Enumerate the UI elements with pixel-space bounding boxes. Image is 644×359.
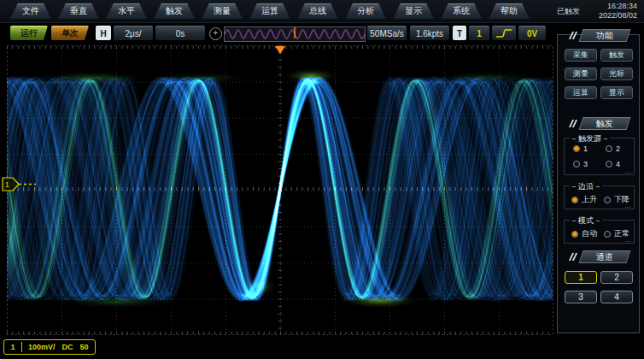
- radio-mode-auto[interactable]: 自动: [571, 228, 597, 239]
- clock: 16:28:34 2022/08/02: [599, 2, 644, 21]
- function-section-header: 功能: [558, 29, 641, 42]
- menu-item-math[interactable]: 运算: [249, 3, 290, 20]
- sample-rate: 50MSa/s: [367, 26, 407, 40]
- menu-item-vertical[interactable]: 垂直: [58, 3, 99, 20]
- horizontal-preview[interactable]: [224, 26, 366, 42]
- radio-source-3[interactable]: 3: [573, 160, 588, 168]
- radio-source-2[interactable]: 2: [606, 144, 620, 153]
- trigger-source-label: 触发源: [570, 133, 610, 144]
- trigger-edge-group: 边沿 上升 下降 …: [564, 185, 635, 209]
- trigger-section-title: 触发: [596, 118, 613, 130]
- trigger-slope-button[interactable]: [492, 26, 516, 40]
- channel-coupling: DC: [62, 343, 73, 351]
- scope-display: 1: [7, 45, 553, 335]
- toolbar: 运行 单次 H 2μs/ 0s + 50MSa/s 1.6kpts T 1 0V: [0, 24, 644, 43]
- channel-section-title: 通道: [596, 251, 613, 263]
- single-button[interactable]: 单次: [51, 26, 89, 40]
- channel-2-button[interactable]: 2: [600, 271, 633, 284]
- oscilloscope-app: 文件 垂直 水平 触发 测量 运算 总线 分析 显示 系统 帮助 已触发 16:…: [0, 0, 644, 359]
- radio-dot: [571, 231, 578, 238]
- trigger-source-group: 触发源 1 2 3 4 …: [564, 138, 635, 175]
- radio-dot: [604, 197, 611, 203]
- channel-section-header: 通道: [558, 250, 641, 263]
- trigger-indicator: T: [453, 26, 466, 40]
- menu-bar: 文件 垂直 水平 触发 测量 运算 总线 分析 显示 系统 帮助 已触发 16:…: [0, 0, 644, 23]
- channel1-ground-marker[interactable]: 1: [2, 177, 20, 191]
- trigger-section-header: 触发: [558, 117, 641, 130]
- zoom-icon[interactable]: +: [209, 27, 222, 40]
- waveform-display: [7, 45, 553, 335]
- channel1-marker-label: 1: [5, 180, 9, 189]
- radio-dot: [573, 145, 580, 152]
- menu-item-help[interactable]: 帮助: [489, 3, 530, 20]
- edge-more-dots[interactable]: …: [624, 202, 632, 209]
- section-slash-icon: [570, 120, 577, 127]
- trigger-edge-label: 边沿: [570, 181, 602, 192]
- trigger-status: 已触发: [557, 6, 592, 17]
- run-button[interactable]: 运行: [10, 26, 48, 40]
- menu-item-file[interactable]: 文件: [10, 3, 51, 20]
- radio-source-1[interactable]: 1: [573, 144, 588, 153]
- func-math-button[interactable]: 运算: [565, 86, 597, 99]
- rising-edge-icon: [495, 28, 512, 38]
- menu-item-system[interactable]: 系统: [441, 3, 482, 20]
- horizontal-indicator: H: [96, 26, 111, 40]
- channel-scale: 100mV/: [28, 343, 56, 351]
- func-display-button[interactable]: 显示: [600, 86, 633, 99]
- func-acquire-button[interactable]: 采集: [565, 49, 597, 62]
- radio-edge-rising[interactable]: 上升: [571, 194, 597, 205]
- channel-impedance: 50: [80, 343, 89, 351]
- radio-dot: [571, 197, 578, 203]
- radio-dot: [606, 161, 612, 168]
- section-slash-icon: [570, 32, 577, 39]
- horizontal-offset-button[interactable]: 0s: [155, 26, 205, 40]
- function-section-title: 功能: [596, 30, 613, 42]
- trigger-mode-label: 模式: [570, 215, 602, 227]
- date-value: 2022/08/02: [599, 11, 637, 21]
- func-trigger-button[interactable]: 触发: [600, 49, 633, 62]
- trigger-source-button[interactable]: 1: [469, 26, 489, 40]
- menu-item-display[interactable]: 显示: [393, 3, 434, 20]
- func-measure-button[interactable]: 测量: [565, 68, 597, 80]
- time-value: 16:28:34: [599, 2, 637, 11]
- trigger-mode-group: 模式 自动 正常 …: [564, 220, 635, 244]
- timebase-button[interactable]: 2μs/: [114, 26, 153, 40]
- menu-item-measure[interactable]: 测量: [202, 3, 243, 20]
- channel-1-button[interactable]: 1: [565, 271, 597, 284]
- menu-item-analyze[interactable]: 分析: [345, 3, 386, 20]
- control-panel: 功能 采集 触发 测量 光标 运算 显示 触发 触发源 1 2 3 4 … 边沿…: [557, 34, 640, 333]
- mode-more-dots[interactable]: …: [624, 236, 632, 244]
- menu-item-horizontal[interactable]: 水平: [106, 3, 147, 20]
- channel-4-button[interactable]: 4: [600, 291, 633, 303]
- channel-3-button[interactable]: 3: [565, 291, 597, 303]
- section-slash-icon: [570, 253, 577, 261]
- func-cursor-button[interactable]: 光标: [600, 68, 633, 80]
- radio-source-4[interactable]: 4: [606, 160, 620, 168]
- source-more-dots[interactable]: …: [624, 168, 632, 175]
- menu-item-bus[interactable]: 总线: [297, 3, 338, 20]
- menu-item-trigger[interactable]: 触发: [154, 3, 195, 20]
- channel-number: 1: [4, 343, 21, 351]
- channel1-badge[interactable]: 1 100mV/ DC 50: [3, 339, 96, 355]
- memory-depth: 1.6kpts: [410, 26, 449, 40]
- trigger-level-button[interactable]: 0V: [518, 26, 546, 40]
- radio-dot: [604, 231, 611, 238]
- radio-dot: [573, 161, 580, 168]
- radio-dot: [606, 145, 612, 152]
